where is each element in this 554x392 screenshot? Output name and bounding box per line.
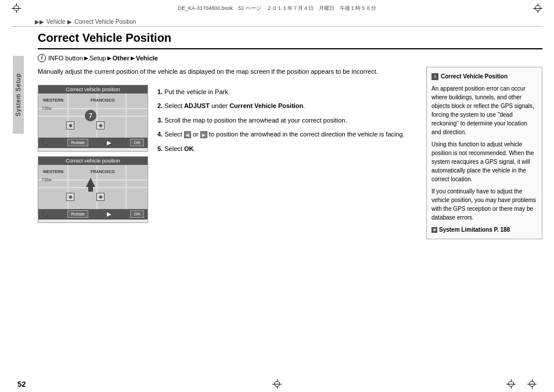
nav-item-vehicle: Vehicle xyxy=(136,55,158,62)
road-num-3: ⊕ xyxy=(66,193,74,201)
sidebar-label: System Setup xyxy=(13,56,24,134)
nav-arrow-3: ▶ xyxy=(131,55,135,61)
nav-arrow-2: ▶ xyxy=(107,55,111,61)
bottom-center-crosshair xyxy=(272,379,282,389)
steps-area: 1. Put the vehicle in Park. 2. Select AD… xyxy=(157,85,417,226)
info-box-para-2: Using this function to adjust vehicle po… xyxy=(431,140,537,184)
footer-phone-icon: 📞 xyxy=(42,139,49,146)
right-column: i Correct Vehicle Position An apparent p… xyxy=(426,67,542,376)
step-1: 1. Put the vehicle in Park. xyxy=(157,87,417,97)
ref-icon: ■ xyxy=(431,227,437,233)
info-box-para-3: If you continually have to adjust the ve… xyxy=(431,187,537,222)
breadcrumb-item-1: Vehicle xyxy=(46,19,65,25)
info-box-para-1: An apparent position error can occur whe… xyxy=(431,84,537,136)
top-corners: DE_KA-31704800.book 52 ページ ２０１１年７月４日 月曜日… xyxy=(0,0,554,16)
road-h-2 xyxy=(38,108,148,109)
step-4-text: Select ◀ or ▶ to position the arrowhead … xyxy=(164,131,405,138)
screenshot-1: Correct vehicle position WESTERN xyxy=(38,85,148,152)
crosshair-circle-right xyxy=(535,5,541,11)
info-box: i Correct Vehicle Position An apparent p… xyxy=(426,67,542,239)
crosshair-circle-br xyxy=(529,381,535,387)
step-2-text: Select ADJUST under Current Vehicle Posi… xyxy=(164,102,305,109)
main-content: System Setup Correct Vehicle Position i … xyxy=(0,27,554,376)
info-box-title: i Correct Vehicle Position xyxy=(431,72,537,81)
nav-item-2: Setup xyxy=(89,55,106,62)
road-num-4: ⊕ xyxy=(96,193,105,201)
content-area: Correct Vehicle Position i INFO button ▶… xyxy=(12,27,542,376)
body-columns: Manually adjust the current position of … xyxy=(38,67,542,376)
road-v-3 xyxy=(125,93,127,138)
step-1-num: 1. xyxy=(157,88,163,95)
road-num-1: ⊕ xyxy=(66,121,74,130)
left-column: Manually adjust the current position of … xyxy=(38,67,417,376)
top-right-crosshair xyxy=(533,3,542,13)
step-3-text: Scroll the map to position the arrowhead… xyxy=(164,117,347,124)
screenshot-2-title: Correct vehicle position xyxy=(38,157,148,165)
road-v-4 xyxy=(67,165,69,209)
crosshair-circle-bottom xyxy=(274,381,280,387)
step-2: 2. Select ADJUST under Current Vehicle P… xyxy=(157,101,417,111)
footer-center xyxy=(64,379,490,389)
right-btn[interactable]: ▶ xyxy=(200,131,207,138)
step-4: 4. Select ◀ or ▶ to position the arrowhe… xyxy=(157,130,417,139)
arrow-right-icon: ▶▶ xyxy=(35,19,44,25)
bottom-right-crosshair xyxy=(527,379,537,389)
description-text: Manually adjust the current position of … xyxy=(38,67,417,77)
map-label-francisco-1: FRANCISCO xyxy=(91,98,115,102)
map-label-francisco-2: FRANCISCO xyxy=(91,170,115,174)
step-3-num: 3. xyxy=(157,117,163,124)
info-box-title-text: Correct Vehicle Position xyxy=(441,72,508,81)
ok-btn-1[interactable]: OK xyxy=(130,139,144,146)
page-wrapper: DE_KA-31704800.book 52 ページ ２０１１年７月４日 月曜日… xyxy=(0,0,554,392)
ref-text: System Limitations P. 188 xyxy=(439,225,510,234)
nav-item-1: INFO button xyxy=(48,55,83,62)
footer-arrow-icon-1: ▶ xyxy=(107,139,111,146)
step-3: 3. Scroll the map to position the arrowh… xyxy=(157,116,417,125)
screenshot-container: Correct vehicle position WESTERN xyxy=(38,85,148,223)
map-label-western-1: WESTERN xyxy=(43,98,63,102)
info-icon: i xyxy=(38,54,46,62)
ok-btn-2[interactable]: OK xyxy=(130,210,144,218)
vehicle-marker-1: 7 xyxy=(85,110,96,121)
breadcrumb-arrow: ▶ xyxy=(67,19,72,25)
bottom-left-crosshair xyxy=(506,379,516,389)
step-1-text: Put the vehicle in Park. xyxy=(164,88,230,95)
page-footer: 52 xyxy=(0,376,554,392)
screenshot-2-map: WESTERN FRANCISCO 720w ⊕ xyxy=(38,165,148,209)
footer-phone-icon-2: 📞 xyxy=(42,211,49,217)
top-left-crosshair xyxy=(12,3,21,13)
crosshair-circle-bl xyxy=(508,381,514,387)
step-2-num: 2. xyxy=(157,102,163,109)
footer-arrow-icon-2: ▶ xyxy=(107,211,111,217)
rotate-btn-1[interactable]: Rotate xyxy=(67,139,88,146)
info-box-reference: ■ System Limitations P. 188 xyxy=(431,225,537,234)
step-5: 5. Select OK. xyxy=(157,144,417,154)
print-header-text: DE_KA-31704800.book 52 ページ ２０１１年７月４日 月曜日… xyxy=(21,5,533,12)
info-box-icon: i xyxy=(431,73,438,80)
breadcrumb: ▶▶ Vehicle ▶ Correct Vehicle Position xyxy=(0,16,554,26)
page-title: Correct Vehicle Position xyxy=(38,27,542,49)
step-5-text: Select OK. xyxy=(164,145,195,152)
vehicle-arrow-2 xyxy=(86,178,95,192)
screenshot-1-map: WESTERN FRANCISCO 720w 7 ⊕ ⊕ xyxy=(38,93,148,138)
road-num-2: ⊕ xyxy=(96,121,105,130)
screenshot-1-footer: 📞 Rotate ▶ OK xyxy=(38,138,148,148)
crosshair-circle xyxy=(13,5,19,11)
road-v-6 xyxy=(125,165,127,209)
breadcrumb-item-2: Correct Vehicle Position xyxy=(74,19,136,25)
content-row: Correct vehicle position WESTERN xyxy=(38,85,417,226)
page-number: 52 xyxy=(17,380,64,389)
screenshot-2: Correct vehicle position WESTERN xyxy=(38,156,148,223)
map-label-720w-1: 720w xyxy=(42,106,52,110)
map-label-western-2: WESTERN xyxy=(43,170,63,174)
nav-item-other: Other xyxy=(113,55,129,62)
nav-arrow-1: ▶ xyxy=(84,55,88,61)
screenshot-2-footer: 📞 Rotate ▶ OK xyxy=(38,209,148,220)
map-label-720w-2: 720w xyxy=(42,178,52,182)
screenshot-1-title: Correct vehicle position xyxy=(38,85,148,93)
nav-path: i INFO button ▶ Setup ▶ Other ▶ Vehicle xyxy=(38,54,542,62)
step-4-num: 4. xyxy=(157,131,163,138)
left-btn[interactable]: ◀ xyxy=(184,131,191,138)
rotate-btn-2[interactable]: Rotate xyxy=(67,210,88,218)
road-v-1 xyxy=(67,93,69,138)
